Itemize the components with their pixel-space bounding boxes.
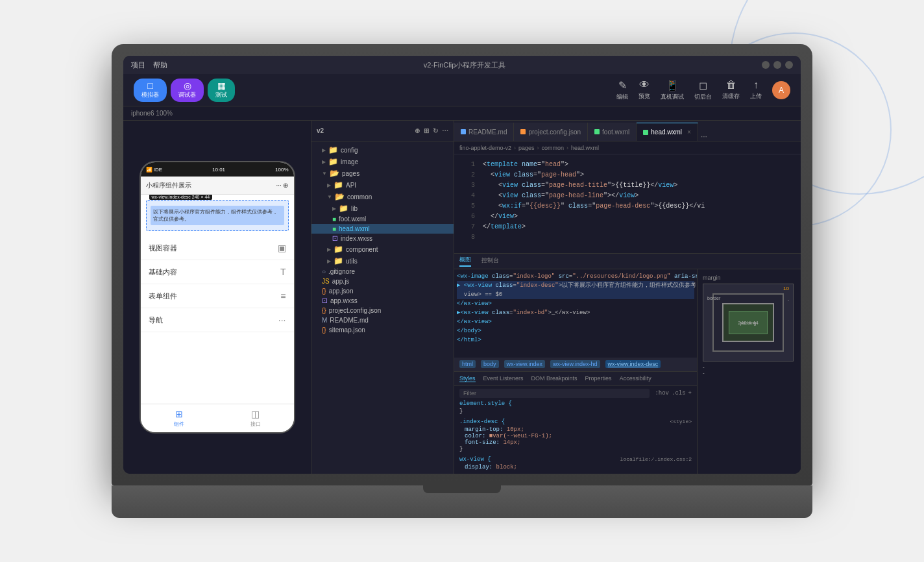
file-item-lib[interactable]: ▶ 📁 lib [311, 202, 454, 214]
tab-label: README.md [468, 128, 507, 136]
phone-tab-api[interactable]: ◫ 接口 [217, 404, 294, 432]
minimize-button[interactable] [762, 61, 770, 69]
path-wx-view-desc[interactable]: wx-view.index-desc [605, 360, 661, 368]
line-number: 2 [459, 170, 475, 180]
phone-device: 📶 IDE 10:01 100% 小程序组件展示 ··· ⊕ [140, 161, 295, 434]
cut-action[interactable]: ◻ 切后台 [694, 79, 712, 101]
file-item-component[interactable]: ▶ 📁 component [311, 243, 454, 255]
test-button[interactable]: ▦ 测试 [208, 79, 235, 102]
bottom-panel: 概图 控制台 <wx-image [454, 253, 801, 474]
path-body[interactable]: body [481, 360, 499, 368]
file-item-image[interactable]: ▶ 📁 image [311, 156, 454, 167]
debug-label: 调试器 [178, 91, 196, 99]
phone-nav-list: 视图容器 ▣ 基础内容 T 表单组件 [141, 236, 294, 332]
tab-overview[interactable]: 概图 [459, 256, 471, 267]
file-tree-icon-4[interactable]: ⋯ [442, 127, 448, 134]
line-number: 3 [459, 180, 475, 191]
file-item-sitemap[interactable]: {} sitemap.json [311, 325, 454, 335]
file-item-foot-wxml[interactable]: ■ foot.wxml [311, 214, 454, 224]
file-item-appjson[interactable]: {} app.json [311, 286, 454, 296]
filter-cls-btn[interactable]: .cls [672, 390, 686, 397]
upload-action[interactable]: ↑ 上传 [750, 79, 762, 101]
file-name: utils [346, 258, 358, 265]
folder-icon: 📁 [334, 180, 343, 189]
file-item-readme[interactable]: M README.md [311, 315, 454, 325]
phone-tab-component[interactable]: ⊞ 组件 [141, 404, 217, 432]
border-label: border [707, 296, 720, 300]
nav-item-view[interactable]: 视图容器 ▣ [141, 236, 294, 260]
filter-add-btn[interactable]: + [688, 390, 692, 397]
style-close: } [459, 446, 692, 452]
file-item-projectconfig[interactable]: {} project.config.json [311, 306, 454, 315]
tab-console[interactable]: 控制台 [481, 256, 499, 266]
edit-action[interactable]: ✎ 编辑 [616, 79, 628, 101]
menu-item-project[interactable]: 项目 [131, 60, 145, 70]
tab-accessibility[interactable]: Accessibility [620, 375, 651, 382]
nav-item-nav[interactable]: 导航 ··· [141, 308, 294, 332]
tab-event-listeners[interactable]: Event Listeners [483, 375, 524, 382]
code-editor[interactable]: 1 <template name="head"> 2 < [454, 154, 801, 253]
file-tree-icon-3[interactable]: ↻ [433, 127, 438, 134]
wxss-icon: ⚀ [322, 297, 328, 304]
phone-signal: 📶 IDE [146, 167, 163, 173]
file-item-config[interactable]: ▶ 📁 config [311, 144, 454, 156]
path-wx-view-index[interactable]: wx-view.index [504, 360, 546, 368]
nav-item-basic[interactable]: 基础内容 T [141, 260, 294, 284]
nav-item-form-label: 表单组件 [149, 291, 177, 301]
line-number: 6 [459, 212, 475, 222]
editor-area: 1 <template name="head"> 2 < [454, 154, 801, 253]
path-wx-view-hd[interactable]: wx-view.index-hd [550, 360, 600, 368]
maximize-button[interactable] [773, 61, 781, 69]
file-item-appwxss[interactable]: ⚀ app.wxss [311, 296, 454, 306]
file-item-utils[interactable]: ▶ 📁 utils [311, 255, 454, 267]
path-html[interactable]: html [459, 360, 476, 368]
box-border-val: - [703, 370, 796, 376]
style-source[interactable]: localfile:/.index.css:2 [620, 456, 692, 462]
preview-action[interactable]: 👁 预览 [638, 79, 650, 101]
tab-dom-breakpoints[interactable]: DOM Breakpoints [531, 375, 578, 382]
phone-content: wx-view.index-desc 240 × 44 以下将展示小程序官方组件… [141, 195, 294, 404]
clear-action[interactable]: 🗑 清缓存 [722, 79, 740, 101]
simulate-button[interactable]: □ 模拟器 [134, 79, 167, 102]
filter-btns: :hov .cls + [655, 390, 692, 397]
file-item-api[interactable]: ▶ 📁 API [311, 179, 454, 191]
file-tree-icon-2[interactable]: ⊞ [424, 127, 429, 134]
file-item-head-wxml[interactable]: ■ head.wxml [311, 224, 454, 234]
tab-dot [520, 129, 526, 134]
file-item-common[interactable]: ▼ 📂 common [311, 191, 454, 202]
menu-item-help[interactable]: 帮助 [153, 60, 167, 70]
file-item-pages[interactable]: ▼ 📂 pages [311, 167, 454, 179]
html-line: </wx-view> [457, 299, 694, 308]
html-preview[interactable]: <wx-image class="index-logo" src="../res… [454, 269, 697, 358]
avatar[interactable]: A [772, 81, 790, 99]
filter-hover-btn[interactable]: :hov [655, 390, 669, 397]
close-button[interactable] [785, 61, 793, 69]
debug-button[interactable]: ◎ 调试器 [171, 79, 204, 102]
real-test-action[interactable]: 📱 真机调试 [661, 79, 684, 101]
tab-readme[interactable]: README.md [454, 123, 514, 141]
file-item-gitignore[interactable]: ○ .gitignore [311, 267, 454, 276]
tab-close-icon[interactable]: × [687, 128, 691, 136]
file-item-index-wxss[interactable]: ⚀ index.wxss [311, 234, 454, 243]
nav-item-view-label: 视图容器 [149, 243, 177, 253]
more-tabs-icon[interactable]: ··· [701, 132, 707, 141]
debug-icon: ◎ [184, 81, 191, 90]
phone-bottom-tabs: ⊞ 组件 ◫ 接口 [141, 404, 294, 432]
tab-projectconfig[interactable]: project.config.json [514, 123, 588, 141]
tab-headwxml[interactable]: head.wxml × [637, 123, 698, 141]
test-label: 测试 [215, 91, 227, 99]
tab-dot [594, 129, 600, 134]
tab-styles[interactable]: Styles [459, 375, 476, 382]
cut-icon: ◻ [699, 79, 707, 92]
code-line-2: 2 <view class="page-head"> [454, 170, 801, 180]
filter-input[interactable] [459, 389, 650, 398]
html-line: </body> [457, 326, 694, 336]
tab-footwxml[interactable]: foot.wxml [588, 123, 637, 141]
box-model-panel: margin 10 border - padding [697, 269, 801, 474]
file-item-appjs[interactable]: JS app.js [311, 276, 454, 286]
file-tree-icon-1[interactable]: ⊕ [415, 127, 420, 134]
laptop-body: 项目 帮助 v2-FinClip小程序开发工具 □ [112, 44, 812, 485]
nav-item-form-icon: ≡ [280, 291, 286, 301]
tab-properties[interactable]: Properties [585, 375, 612, 382]
nav-item-form[interactable]: 表单组件 ≡ [141, 284, 294, 308]
